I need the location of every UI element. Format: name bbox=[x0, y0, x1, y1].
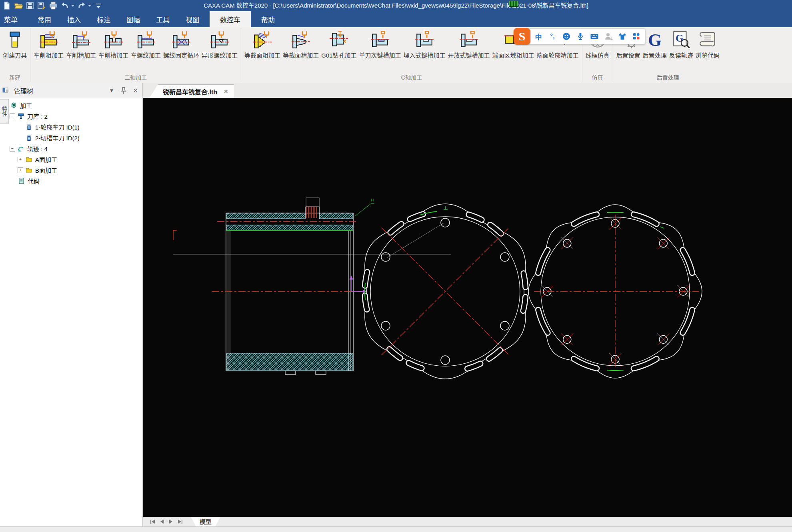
code-icon bbox=[18, 177, 25, 184]
manager-tree: 加工 − 刀库 : 2 1-轮廓车刀 ID(1) 2-切槽车刀 ID(2) − … bbox=[9, 100, 141, 186]
ime-emoji-icon[interactable] bbox=[562, 32, 571, 41]
tree-item-trajectory[interactable]: − 轨迹 : 4 bbox=[9, 143, 141, 154]
ime-chinese-mode-icon[interactable]: 中 bbox=[534, 32, 543, 41]
model-tab[interactable]: 模型 bbox=[191, 517, 220, 527]
ribbon-group-new: 创建刀具 新建 bbox=[0, 27, 30, 83]
face-finish-button[interactable]: 等截面精加工 bbox=[282, 28, 320, 60]
tab-cnc-lathe[interactable]: 数控车 bbox=[210, 11, 251, 27]
main-area: 锐新昌车铣复合.lth ✕ 模型 bbox=[143, 83, 792, 526]
g01-drill-button[interactable]: G01钻孔加工 bbox=[320, 28, 358, 60]
tab-sheet[interactable]: 图幅 bbox=[118, 11, 148, 27]
g01-drill-icon bbox=[329, 30, 348, 49]
tree-item-code[interactable]: 代码 bbox=[9, 175, 141, 186]
create-tool-button[interactable]: 创建刀具 bbox=[2, 28, 28, 60]
panel-close-icon[interactable]: ✕ bbox=[131, 86, 140, 95]
collapse-icon[interactable]: − bbox=[10, 146, 15, 151]
lathe-thread-button[interactable]: 车螺纹加工 bbox=[130, 28, 162, 60]
face-rough-button[interactable]: 等截面粗加工 bbox=[243, 28, 282, 60]
ribbon: 创建刀具 新建 车削粗加工 车削精加工 车削槽加工 车螺纹加工 螺纹固定循环 异… bbox=[0, 27, 792, 84]
tab-view[interactable]: 视图 bbox=[178, 11, 207, 27]
face-finish-icon bbox=[291, 30, 310, 49]
tree-item-faceA[interactable]: + A面加工 bbox=[9, 154, 141, 165]
application-window: CAXA CAM 数控车2020 - [C:\Users\Administrat… bbox=[0, 0, 792, 532]
ribbon-group-label: C轴加工 bbox=[242, 74, 581, 83]
ribbon-group-label: 后置处理 bbox=[614, 74, 722, 83]
next-sheet-icon[interactable] bbox=[168, 519, 173, 524]
ribbon-group-label: 二轴加工 bbox=[31, 74, 240, 83]
lathe-finish-icon bbox=[72, 30, 91, 49]
document-tab-bar: 锐新昌车铣复合.lth ✕ bbox=[143, 83, 792, 98]
first-sheet-icon[interactable] bbox=[150, 519, 156, 524]
ribbon-group-2axis: 车削粗加工 车削精加工 车削槽加工 车螺纹加工 螺纹固定循环 异形螺纹加工 二轴… bbox=[31, 27, 240, 83]
lathe-groove-icon bbox=[104, 30, 123, 49]
key-open-button[interactable]: 开放式键槽加工 bbox=[447, 28, 491, 60]
ribbon-separator bbox=[30, 28, 30, 82]
tab-common[interactable]: 常用 bbox=[30, 11, 59, 27]
ime-logo-icon[interactable]: S bbox=[514, 28, 530, 45]
toollib-icon bbox=[18, 113, 24, 120]
ime-toolbox-grid-icon[interactable] bbox=[632, 32, 641, 41]
status-bar bbox=[0, 526, 792, 532]
expand-icon[interactable]: + bbox=[18, 157, 23, 162]
ime-punctuation-icon[interactable]: °, bbox=[548, 32, 557, 41]
key-single-icon bbox=[370, 30, 390, 49]
key-open-icon bbox=[459, 30, 478, 49]
last-sheet-icon[interactable] bbox=[177, 519, 183, 524]
key-embed-icon bbox=[415, 30, 434, 49]
tree-item-faceB[interactable]: + B面加工 bbox=[9, 165, 141, 175]
panel-dropdown-icon[interactable]: ▼ bbox=[107, 86, 116, 95]
prev-sheet-icon[interactable] bbox=[160, 519, 164, 524]
thread-cycle-button[interactable]: 螺纹固定循环 bbox=[162, 28, 200, 60]
ribbon-separator bbox=[241, 28, 241, 82]
canvas-tab-bar: 模型 bbox=[143, 517, 792, 526]
expand-icon[interactable]: + bbox=[18, 167, 23, 173]
tab-annotate[interactable]: 标注 bbox=[89, 11, 118, 27]
collapse-icon[interactable]: − bbox=[10, 114, 15, 119]
ime-keyboard-icon[interactable] bbox=[590, 32, 599, 41]
panel-header: 管理树 ▼ ✕ bbox=[0, 83, 142, 98]
lathe-rough-icon bbox=[39, 30, 58, 49]
document-tab-close-icon[interactable]: ✕ bbox=[224, 88, 228, 95]
key-single-button[interactable]: 单刀次键槽加工 bbox=[358, 28, 402, 60]
ime-toolbar: S 中 °, 11 bbox=[514, 28, 645, 45]
tool-item-icon bbox=[26, 124, 32, 130]
tab-insert[interactable]: 插入 bbox=[59, 11, 89, 27]
read-traj-icon: G bbox=[672, 30, 691, 49]
ribbon-group-label: 仿真 bbox=[583, 74, 612, 83]
drawing-canvas[interactable] bbox=[143, 98, 792, 517]
lathe-finish-button[interactable]: 车削精加工 bbox=[65, 28, 97, 60]
tree-item-toollib[interactable]: − 刀库 : 2 bbox=[9, 111, 141, 122]
title-bar: CAXA CAM 数控车2020 - [C:\Users\Administrat… bbox=[0, 0, 792, 11]
create-tool-icon bbox=[5, 30, 24, 49]
post-process-button[interactable]: G后置处理 bbox=[642, 28, 668, 60]
file-type-chip-icon bbox=[509, 1, 518, 7]
ime-skin-icon[interactable] bbox=[618, 32, 627, 41]
panel-pin-icon[interactable] bbox=[119, 86, 128, 95]
tree-item-machining[interactable]: 加工 bbox=[9, 100, 141, 111]
tab-help[interactable]: 帮助 bbox=[253, 11, 283, 27]
ime-mic-icon[interactable] bbox=[576, 32, 585, 41]
manager-tree-panel: 管理树 ▼ ✕ 特性 加工 − 刀库 : 2 1-轮廓车刀 ID(1) bbox=[0, 83, 143, 526]
window-title: CAXA CAM 数控车2020 - [C:\Users\Administrat… bbox=[0, 0, 792, 11]
side-tab-properties[interactable]: 特性 bbox=[0, 99, 9, 124]
ime-profile-icon[interactable]: 11 bbox=[604, 32, 613, 41]
tool-item-icon bbox=[26, 134, 32, 141]
machining-icon bbox=[10, 102, 17, 109]
key-embed-button[interactable]: 埋入式键槽加工 bbox=[402, 28, 447, 60]
tab-menu[interactable]: 菜单 bbox=[0, 11, 30, 27]
tab-tools[interactable]: 工具 bbox=[148, 11, 178, 27]
document-tab[interactable]: 锐新昌车铣复合.lth ✕ bbox=[149, 84, 234, 98]
lathe-rough-button[interactable]: 车削粗加工 bbox=[32, 28, 65, 60]
svg-text:G: G bbox=[648, 30, 662, 49]
view-code-button[interactable]: 浏览代码 bbox=[694, 28, 721, 60]
read-traj-button[interactable]: G反读轨迹 bbox=[668, 28, 694, 60]
thread-shape-button[interactable]: 异形螺纹加工 bbox=[200, 28, 239, 60]
tree-item-tool2[interactable]: 2-切槽车刀 ID(2) bbox=[9, 132, 141, 143]
ribbon-group-label: 新建 bbox=[0, 74, 30, 83]
svg-text:11: 11 bbox=[611, 37, 613, 40]
tree-item-tool1[interactable]: 1-轮廓车刀 ID(1) bbox=[9, 122, 141, 132]
post-process-icon: G bbox=[645, 30, 664, 49]
lathe-groove-button[interactable]: 车削槽加工 bbox=[97, 28, 130, 60]
lathe-thread-icon bbox=[136, 30, 156, 49]
menu-tab-bar: 菜单 常用 插入 标注 图幅 工具 视图 数控车 帮助 bbox=[0, 11, 792, 27]
